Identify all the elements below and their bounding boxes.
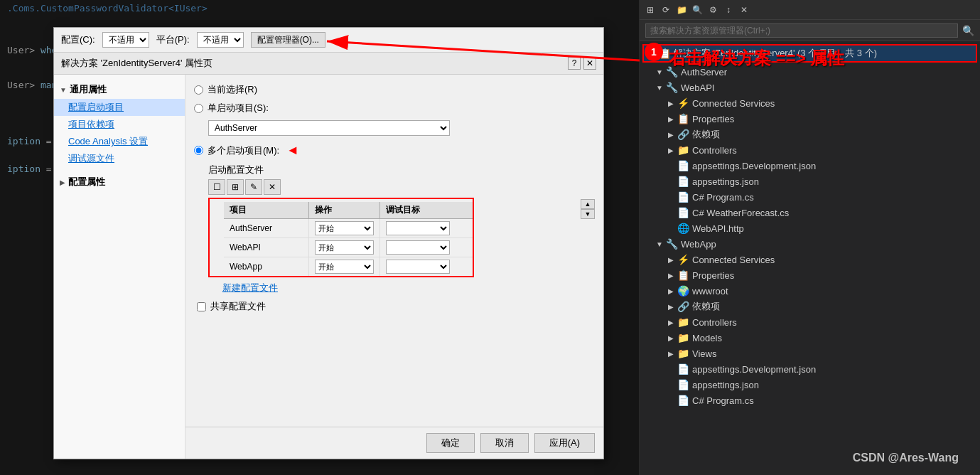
target-select-1[interactable]: [386, 221, 450, 235]
tree-webapp-program[interactable]: ▶ 📄 C# Program.cs: [640, 393, 980, 408]
deps-icon-webapp: 🔗: [677, 300, 689, 313]
config-select[interactable]: 不适用: [102, 32, 149, 48]
cancel-button[interactable]: 取消: [480, 433, 529, 453]
cs-icon-webapi-program: 📄: [677, 191, 689, 203]
apply-button[interactable]: 应用(A): [534, 433, 595, 453]
tree-webapi-weather[interactable]: ▶ 📄 C# WeatherForecast.cs: [640, 205, 980, 220]
tree-webapi-appsettings-dev[interactable]: ▶ 📄 appsettings.Development.json: [640, 158, 980, 174]
target-select-3[interactable]: [386, 260, 450, 274]
tree-webapp-deps[interactable]: ▶ 🔗 依赖项: [640, 299, 980, 314]
sidebar-item-startup[interactable]: 配置启动项目: [54, 99, 185, 116]
help-button[interactable]: ?: [568, 57, 581, 70]
tree-webapp[interactable]: ▼ 🔧 WebApp: [640, 236, 980, 252]
webapp-controllers-label: Controllers: [692, 317, 737, 328]
tree-webapi-controllers[interactable]: ▶ 📁 Controllers: [640, 142, 980, 158]
new-config-btn[interactable]: 新建配置文件: [222, 282, 278, 293]
webapi-appsettings-label: appsettings.json: [692, 176, 759, 187]
toolbar-icon-6[interactable]: ↕: [722, 4, 735, 16]
close-button[interactable]: ✕: [583, 57, 596, 70]
tree-webapp-controllers[interactable]: ▶ 📁 Controllers: [640, 314, 980, 330]
toolbar-icon-4[interactable]: 🔍: [691, 4, 704, 16]
table-btn-new[interactable]: ☐: [208, 179, 225, 195]
tree-authserver[interactable]: ▼ 🔧 AuthServer: [640, 64, 980, 80]
solution-explorer-toolbar: ⊞ ⟳ 📁 🔍 ⚙ ↕ ✕: [640, 0, 980, 20]
webapi-http-label: WebAPI.http: [692, 223, 744, 234]
webapi-properties-label: Properties: [692, 114, 734, 124]
tree-webapp-properties[interactable]: ▶ 📋 Properties: [640, 267, 980, 283]
properties-icon-webapp: 📋: [677, 269, 689, 282]
shared-config-label: 共享配置文件: [210, 300, 266, 313]
move-down-button[interactable]: ▼: [581, 209, 595, 219]
webapi-label: WebAPI: [681, 82, 714, 93]
tree-webapp-connected[interactable]: ▶ ⚡ Connected Services: [640, 252, 980, 267]
toolbar-icon-2[interactable]: ⟳: [659, 4, 672, 16]
expand-webapp: ▼: [654, 238, 665, 250]
table-cell-action-1: 开始: [309, 219, 380, 238]
tree-webapi-connected[interactable]: ▶ ⚡ Connected Services: [640, 95, 980, 111]
tree-webapp-appsettings[interactable]: ▶ 📄 appsettings.json: [640, 377, 980, 393]
target-select-2[interactable]: [386, 240, 450, 255]
radio-current-input[interactable]: [194, 85, 203, 95]
webapp-views-label: Views: [692, 348, 716, 359]
tree-webapi[interactable]: ▼ 🔧 WebAPI: [640, 80, 980, 95]
radio-single-input[interactable]: [194, 104, 203, 113]
platform-select[interactable]: 不适用: [197, 32, 244, 48]
sidebar-section-general: ▼ 通用属性: [54, 80, 185, 99]
shared-config-checkbox[interactable]: [197, 302, 206, 311]
json-icon-webapi-dev: 📄: [677, 159, 689, 172]
tree-solution-root[interactable]: ▼ 📋 解决方案 'ZenIdentityServer4' (3 个项目，共 3…: [644, 46, 976, 61]
toolbar-icon-3[interactable]: 📁: [675, 4, 688, 16]
confirm-button[interactable]: 确定: [426, 433, 475, 453]
http-icon-webapi: 🌐: [677, 222, 689, 235]
move-up-button[interactable]: ▲: [581, 199, 595, 209]
webapp-appsettings-dev-label: appsettings.Development.json: [692, 364, 816, 375]
webapi-program-label: C# Program.cs: [692, 192, 754, 203]
sidebar-section-title: 通用属性: [70, 83, 107, 96]
radio-multi-input[interactable]: [194, 146, 203, 155]
table-btn-rename[interactable]: ✎: [245, 179, 262, 195]
sidebar-item-deps[interactable]: 项目依赖项: [54, 116, 185, 133]
single-project-select[interactable]: AuthServer: [208, 120, 450, 136]
deps-icon-webapi: 🔗: [677, 128, 689, 141]
table-row: WebAPI 开始: [224, 238, 473, 257]
toolbar-icon-1[interactable]: ⊞: [644, 4, 657, 16]
tree-webapi-properties[interactable]: ▶ 📋 Properties: [640, 111, 980, 127]
models-icon-webapp: 📁: [677, 331, 689, 344]
toolbar-icon-5[interactable]: ⚙: [706, 4, 719, 16]
tree-webapp-views[interactable]: ▶ 📁 Views: [640, 346, 980, 361]
tree-webapi-http[interactable]: ▶ 🌐 WebAPI.http: [640, 220, 980, 236]
sidebar-item-code-analysis[interactable]: Code Analysis 设置: [54, 133, 185, 150]
sidebar-item-debug-source[interactable]: 调试源文件: [54, 150, 185, 167]
sidebar-section-config: ▶ 配置属性: [54, 173, 185, 191]
dialog-controls: ? ✕: [568, 57, 596, 70]
webapi-controllers-label: Controllers: [692, 145, 737, 156]
action-select-2[interactable]: 开始: [315, 240, 374, 255]
table-col-action: 操作: [309, 202, 380, 218]
tree-webapp-appsettings-dev[interactable]: ▶ 📄 appsettings.Development.json: [640, 361, 980, 377]
expand-webapp-props: ▶: [665, 269, 677, 281]
webapi-deps-label: 依赖项: [692, 128, 720, 141]
radio-current-label: 当前选择(R): [208, 83, 257, 96]
dialog-content-inner: 当前选择(R) 单启动项目(S): AuthServer 多个启动项目(M): …: [185, 75, 603, 427]
tree-webapi-deps[interactable]: ▶ 🔗 依赖项: [640, 127, 980, 142]
sidebar-section-config-title: 配置属性: [68, 176, 105, 188]
dialog-titlebar: 解决方案 'ZenIdentityServer4' 属性页 ? ✕: [54, 53, 603, 75]
expand-webapp-www: ▶: [665, 285, 677, 297]
table-cell-action-2: 开始: [309, 238, 380, 257]
config-manager-button[interactable]: 配置管理器(O)...: [251, 32, 325, 48]
wwwroot-icon: 🌍: [677, 284, 689, 297]
tree-webapp-models[interactable]: ▶ 📁 Models: [640, 330, 980, 346]
table-btn-copy[interactable]: ⊞: [227, 179, 244, 195]
webapp-models-label: Models: [692, 333, 722, 343]
action-select-3[interactable]: 开始: [315, 260, 374, 274]
tree-webapi-appsettings[interactable]: ▶ 📄 appsettings.json: [640, 174, 980, 189]
search-input[interactable]: [645, 23, 958, 38]
views-icon-webapp: 📁: [677, 347, 689, 360]
table-btn-delete[interactable]: ✕: [264, 179, 281, 195]
tree-webapi-program[interactable]: ▶ 📄 C# Program.cs: [640, 189, 980, 205]
radio-current: 当前选择(R): [194, 83, 595, 96]
action-select-1[interactable]: 开始: [315, 221, 374, 235]
dialog-sidebar: ▼ 通用属性 配置启动项目 项目依赖项 Code Analysis 设置 调试源…: [54, 75, 185, 459]
tree-webapp-wwwroot[interactable]: ▶ 🌍 wwwroot: [640, 283, 980, 299]
toolbar-icon-7[interactable]: ✕: [738, 4, 750, 16]
